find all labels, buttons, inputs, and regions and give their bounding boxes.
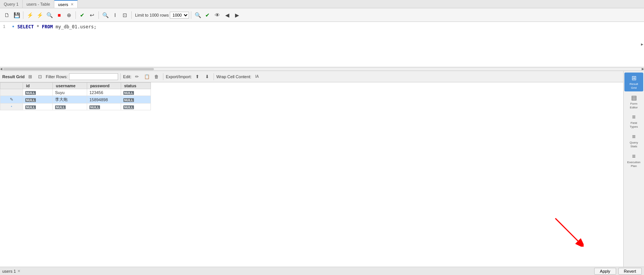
hscroll-thumb: [3, 68, 154, 70]
col-password[interactable]: password: [87, 83, 121, 89]
row1-password[interactable]: 123456: [87, 89, 121, 96]
row1-id[interactable]: NULL: [23, 89, 53, 96]
bottom-tab-label: users 1: [2, 269, 16, 273]
null-badge: NULL: [25, 105, 36, 109]
row2-id[interactable]: NULL: [23, 96, 53, 104]
edit-del-btn[interactable]: 🗑: [152, 73, 161, 81]
grid-view-btn[interactable]: ⊞: [26, 73, 34, 81]
import-btn[interactable]: ⬇: [203, 73, 211, 81]
edit-label: Edit:: [123, 74, 131, 79]
scroll-left-btn[interactable]: ◀: [0, 67, 2, 71]
tab-users[interactable]: users ✕: [54, 0, 78, 8]
explain-btn[interactable]: 🔍: [45, 11, 54, 20]
result-area: Result Grid ⊞ ⊡ Filter Rows: Edit: ✏ 📋 🗑…: [0, 71, 623, 267]
next-btn[interactable]: ▶: [232, 11, 241, 20]
right-panel: ⊞ ResultGrid ▤ FormEditor ≡ FieldTypes ≡…: [623, 71, 644, 267]
right-panel-result-grid[interactable]: ⊞ ResultGrid: [624, 73, 643, 91]
result-grid-label: Result Grid: [2, 74, 25, 79]
rollback-btn[interactable]: ↩: [88, 11, 97, 20]
sql-query: SELECT * FROM my_db_01.users;: [17, 24, 97, 29]
filter-label: Filter Rows:: [46, 74, 68, 79]
right-panel-form-editor[interactable]: ▤ FormEditor: [624, 92, 643, 111]
row2-password[interactable]: 15894898: [87, 96, 121, 104]
table-row[interactable]: NULL Suyu 123456 NULL: [0, 89, 151, 96]
format-btn[interactable]: Ⅰ: [111, 11, 120, 20]
right-panel-field-types[interactable]: ≡ FieldTypes: [624, 112, 643, 131]
prev-btn[interactable]: ◀: [223, 11, 232, 20]
sep5: [191, 11, 191, 19]
result-toolbar: Result Grid ⊞ ⊡ Filter Rows: Edit: ✏ 📋 🗑…: [0, 71, 623, 82]
form-editor-icon: ▤: [631, 94, 637, 101]
bottom-bar: users 1 ✕ Apply Revert: [0, 267, 644, 275]
commit-btn[interactable]: ✔: [78, 11, 87, 20]
data-table: id username password status NULL Suyu 12: [0, 82, 151, 110]
execute-btn[interactable]: ⚡: [25, 11, 34, 20]
col-id[interactable]: id: [23, 83, 53, 89]
row3-id[interactable]: NULL: [23, 104, 53, 110]
null-badge: NULL: [55, 105, 66, 109]
sep3: [98, 11, 99, 19]
execute-all-btn[interactable]: ⚡: [35, 11, 44, 20]
save-btn[interactable]: 💾: [12, 11, 21, 20]
scroll-right-btn[interactable]: ▶: [642, 67, 644, 71]
row2-username[interactable]: 李大炮: [53, 96, 87, 104]
tab-users-close[interactable]: ✕: [71, 2, 74, 6]
filter-btn[interactable]: 🔍: [193, 11, 202, 20]
row1-status[interactable]: NULL: [121, 89, 151, 96]
export-btn[interactable]: ⬆: [193, 73, 201, 81]
export-label: Export/Import:: [166, 74, 192, 79]
row1-indicator: [0, 89, 23, 96]
form-editor-label: FormEditor: [630, 102, 638, 109]
data-table-container: id username password status NULL Suyu 12: [0, 82, 623, 267]
sep-edit: [120, 73, 121, 80]
revert-button[interactable]: Revert: [618, 268, 642, 275]
row1-username[interactable]: Suyu: [53, 89, 87, 96]
field-types-icon: ≡: [632, 114, 635, 121]
scroll-right-arrow[interactable]: ▶: [640, 22, 644, 67]
search-btn[interactable]: 🔍: [101, 11, 110, 20]
sep1: [23, 11, 23, 19]
row2-status[interactable]: NULL: [121, 96, 151, 104]
execution-plan-label: ExecutionPlan: [627, 161, 640, 168]
new-file-btn[interactable]: 🗋: [2, 11, 11, 20]
inspect-btn[interactable]: ⊡: [120, 11, 129, 20]
toggle-btn[interactable]: ⊕: [65, 11, 74, 20]
null-badge: NULL: [123, 91, 134, 95]
check-btn[interactable]: ✔: [203, 11, 212, 20]
tab-users-table-label: users - Table: [26, 2, 50, 6]
sql-editor[interactable]: 1 ● SELECT * FROM my_db_01.users; ◀ ▶ ▶: [0, 22, 644, 71]
eye-btn[interactable]: 👁: [213, 11, 222, 20]
null-badge: NULL: [25, 91, 36, 95]
result-grid-label: ResultGrid: [630, 82, 638, 90]
bottom-tab-close[interactable]: ✕: [17, 269, 20, 273]
col-username[interactable]: username: [53, 83, 87, 89]
table-row[interactable]: ✎ NULL 李大炮 15894898 NULL: [0, 96, 151, 104]
null-badge: NULL: [25, 98, 36, 102]
null-badge: NULL: [123, 98, 134, 102]
edit-copy-btn[interactable]: 📋: [143, 73, 151, 81]
limit-dropdown[interactable]: 1000 500 200: [170, 12, 189, 19]
col-status[interactable]: status: [121, 83, 151, 89]
right-panel-query-stats[interactable]: ≡ QueryStats: [624, 131, 643, 150]
stop-btn[interactable]: ■: [55, 11, 64, 20]
row3-status[interactable]: NULL: [121, 104, 151, 110]
line-dot: ●: [12, 24, 14, 28]
filter-input[interactable]: [69, 73, 118, 80]
wrap-btn[interactable]: IA: [253, 73, 261, 81]
table-row[interactable]: * NULL NULL NULL NULL: [0, 104, 151, 110]
query-stats-label: QueryStats: [630, 141, 638, 148]
sql-hscroll[interactable]: ◀ ▶: [0, 67, 644, 71]
row3-password[interactable]: NULL: [87, 104, 121, 110]
edit-pencil-btn[interactable]: ✏: [133, 73, 141, 81]
tab-users-table[interactable]: users - Table: [23, 0, 54, 8]
bottom-buttons: Apply Revert: [594, 268, 642, 275]
col-indicator: [0, 83, 23, 89]
row3-username[interactable]: NULL: [53, 104, 87, 110]
sep-export: [163, 73, 163, 80]
apply-button[interactable]: Apply: [594, 268, 616, 275]
execution-plan-icon: ≡: [632, 153, 635, 160]
grid-options-btn[interactable]: ⊡: [36, 73, 44, 81]
tab-query1[interactable]: Query 1: [0, 0, 23, 8]
tab-users-label: users: [58, 2, 68, 7]
right-panel-execution-plan[interactable]: ≡ ExecutionPlan: [624, 151, 643, 170]
